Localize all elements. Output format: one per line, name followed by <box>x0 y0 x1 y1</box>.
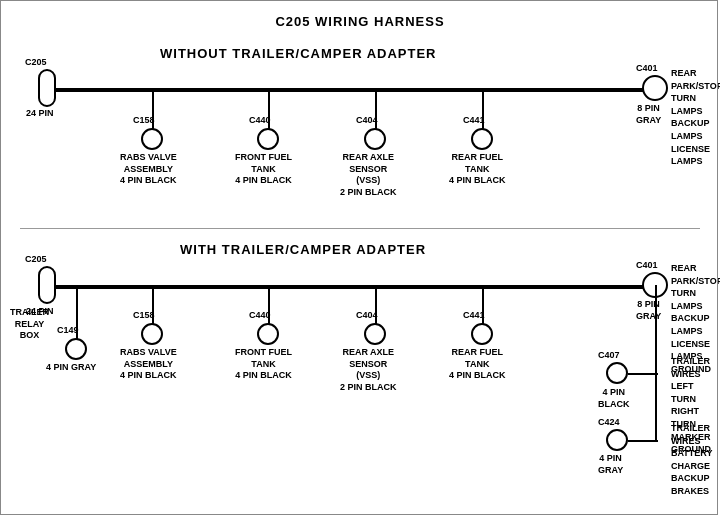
c404-top-connector <box>364 128 386 150</box>
c401-bot-label: C401 <box>636 260 658 272</box>
c404-bot-connector <box>364 323 386 345</box>
c407-connector <box>606 362 628 384</box>
c407-sub: 4 PINBLACK <box>598 387 630 410</box>
page-title: C205 WIRING HARNESS <box>0 6 720 29</box>
c404-top-sub: REAR AXLESENSOR(VSS)2 PIN BLACK <box>340 152 397 199</box>
c158-top-connector <box>141 128 163 150</box>
c401-top-right: REAR PARK/STOPTURN LAMPSBACKUP LAMPSLICE… <box>671 67 720 168</box>
top-bus-line <box>47 88 655 92</box>
section2-label: WITH TRAILER/CAMPER ADAPTER <box>180 242 426 257</box>
c158-top-label: C158 <box>133 115 155 127</box>
c401-bot-sub: 8 PINGRAY <box>636 299 661 322</box>
c158-bot-connector <box>141 323 163 345</box>
c158-top-sub: RABS VALVEASSEMBLY4 PIN BLACK <box>120 152 177 187</box>
diagram-container: C205 WIRING HARNESS WITHOUT TRAILER/CAMP… <box>0 0 720 500</box>
c205-top-connector <box>38 69 56 107</box>
c440-top-connector <box>257 128 279 150</box>
c149-sub: 4 PIN GRAY <box>46 362 96 374</box>
section1-label: WITHOUT TRAILER/CAMPER ADAPTER <box>160 46 437 61</box>
c441-bot-sub: REAR FUELTANK4 PIN BLACK <box>449 347 506 382</box>
c424-sub: 4 PINGRAY <box>598 453 623 476</box>
c401-top-label: C401 <box>636 63 658 75</box>
c441-top-sub: REAR FUELTANK4 PIN BLACK <box>449 152 506 187</box>
c424-label: C424 <box>598 417 620 429</box>
c441-bot-connector <box>471 323 493 345</box>
c401-top-sub: 8 PINGRAY <box>636 103 661 126</box>
c158-bot-sub: RABS VALVEASSEMBLY4 PIN BLACK <box>120 347 177 382</box>
c205-top-label: C205 <box>25 57 47 69</box>
c205-bot-label: C205 <box>25 254 47 266</box>
c404-bot-label: C404 <box>356 310 378 322</box>
c149-connector <box>65 338 87 360</box>
c440-bot-sub: FRONT FUELTANK4 PIN BLACK <box>235 347 292 382</box>
c158-bot-label: C158 <box>133 310 155 322</box>
c441-top-connector <box>471 128 493 150</box>
c424-right: TRAILER WIRESBATTERY CHARGEBACKUPBRAKES <box>671 422 720 498</box>
c424-hline <box>628 440 658 442</box>
c205-bot-connector <box>38 266 56 304</box>
c441-top-label: C441 <box>463 115 485 127</box>
c407-label: C407 <box>598 350 620 362</box>
c441-bot-label: C441 <box>463 310 485 322</box>
c205-top-sub: 24 PIN <box>26 108 54 120</box>
c440-top-sub: FRONT FUELTANK4 PIN BLACK <box>235 152 292 187</box>
right-vline <box>655 285 657 440</box>
c440-bot-connector <box>257 323 279 345</box>
c149-extra: TRAILERRELAYBOX <box>10 307 49 342</box>
c424-connector <box>606 429 628 451</box>
c440-top-label: C440 <box>249 115 271 127</box>
bot-bus-line <box>47 285 655 289</box>
section-divider <box>20 228 700 229</box>
c440-bot-label: C440 <box>249 310 271 322</box>
c407-hline <box>628 373 658 375</box>
c401-top-connector <box>642 75 668 101</box>
c404-top-label: C404 <box>356 115 378 127</box>
c149-label: C149 <box>57 325 79 337</box>
c404-bot-sub: REAR AXLESENSOR(VSS)2 PIN BLACK <box>340 347 397 394</box>
